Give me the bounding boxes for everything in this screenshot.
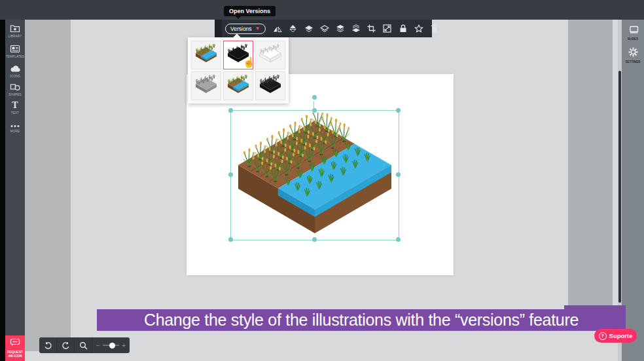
rotation-handle[interactable] xyxy=(312,95,317,100)
right-sidebar-item-settings[interactable]: SETTINGS xyxy=(622,47,644,64)
right-sidebar-item-slides[interactable]: SLIDES xyxy=(622,25,644,41)
delete-icon[interactable] xyxy=(427,20,442,37)
speech-bubble-icon xyxy=(10,337,20,349)
versions-dropdown[interactable]: Versions ▼ xyxy=(225,24,266,34)
caption-bar: Change the style of the illustrations wi… xyxy=(97,309,626,331)
handle-e[interactable] xyxy=(396,172,401,177)
right-sidebar-item-label: SETTINGS xyxy=(622,60,644,64)
top-bar xyxy=(0,0,644,20)
crop-icon[interactable] xyxy=(364,20,380,37)
version-thumbnail-color-1[interactable] xyxy=(191,41,221,69)
sidebar-item-label: ICONS xyxy=(5,75,25,78)
send-to-back-icon[interactable] xyxy=(348,20,364,37)
canvas-shade-right xyxy=(568,20,613,306)
sidebar-item-more[interactable]: MORE xyxy=(5,119,25,133)
undo-button[interactable] xyxy=(39,337,57,353)
canvas-scrollbar-thumb[interactable] xyxy=(618,71,621,303)
version-thumbnail-dark-6[interactable] xyxy=(255,71,285,100)
sidebar-item-label: SHAPES xyxy=(5,93,25,96)
left-edge xyxy=(0,20,5,361)
zoom-in-button[interactable]: + xyxy=(122,342,126,349)
sidebar-item-templates[interactable]: TEMPLATES xyxy=(5,44,25,58)
shapes-icon xyxy=(5,82,25,92)
sidebar-item-shapes[interactable]: SHAPES xyxy=(5,82,25,96)
zoom-slider-knob[interactable] xyxy=(109,343,115,349)
more-icon xyxy=(5,119,25,128)
bring-to-front-icon[interactable] xyxy=(332,20,348,37)
sidebar-item-label: MORE xyxy=(5,130,25,133)
toolbar-side-strip xyxy=(215,20,222,37)
hand-cursor-icon: ☝ xyxy=(243,56,255,68)
zoom-tool-button[interactable] xyxy=(75,337,92,353)
resize-icon[interactable] xyxy=(380,20,395,37)
send-backward-icon[interactable] xyxy=(317,20,332,37)
sidebar-item-label: TEXT xyxy=(5,111,25,115)
lock-icon[interactable] xyxy=(395,20,411,37)
redo-button[interactable] xyxy=(57,337,75,353)
bring-forward-icon[interactable] xyxy=(301,20,317,37)
handle-w[interactable] xyxy=(228,172,233,177)
right-sidebar-item-label: SLIDES xyxy=(622,37,644,41)
open-versions-tooltip: Open Versions xyxy=(224,6,276,16)
selection-bounding-box[interactable] xyxy=(230,110,399,240)
icons-icon xyxy=(5,64,25,73)
sidebar-item-label: LIBRARY xyxy=(5,35,25,38)
chevron-down-icon: ▼ xyxy=(255,26,260,31)
zoom-slider-track[interactable] xyxy=(103,345,119,346)
handle-n[interactable] xyxy=(312,108,317,113)
sidebar-item-text[interactable]: TTEXT xyxy=(5,100,25,115)
canvas-shade-left xyxy=(25,20,71,351)
selection-toolbar: Versions ▼ xyxy=(215,20,432,37)
left-sidebar: LIBRARYTEMPLATESICONSSHAPESTTEXTMORE xyxy=(5,20,25,361)
favorite-icon[interactable] xyxy=(411,20,427,37)
settings-icon xyxy=(628,48,638,59)
library-icon xyxy=(5,24,25,33)
request-an-icon-label: REQUEST AN ICON xyxy=(5,350,25,358)
sidebar-item-library[interactable]: LIBRARY xyxy=(5,24,25,38)
handle-se[interactable] xyxy=(396,237,401,242)
zoom-out-button[interactable]: − xyxy=(96,342,100,349)
sidebar-item-label: TEMPLATES xyxy=(5,55,25,58)
sidebar-item-icons[interactable]: ICONS xyxy=(5,64,25,78)
version-thumbnail-gray-4[interactable] xyxy=(191,71,221,100)
templates-icon xyxy=(5,44,25,54)
handle-sw[interactable] xyxy=(228,237,233,242)
versions-panel xyxy=(188,37,289,104)
handle-nw[interactable] xyxy=(228,108,233,113)
flip-horizontal-icon[interactable] xyxy=(270,20,285,37)
version-thumbnail-outline-3[interactable] xyxy=(255,41,285,69)
question-icon: ? xyxy=(599,332,607,340)
text-icon: T xyxy=(5,100,25,110)
svg-text:T: T xyxy=(12,100,18,109)
zoom-controls: − + xyxy=(39,337,130,353)
zoom-slider: − + xyxy=(92,337,130,353)
slides-icon xyxy=(628,25,639,36)
handle-s[interactable] xyxy=(312,237,317,242)
flip-vertical-icon[interactable] xyxy=(285,20,301,37)
handle-ne[interactable] xyxy=(396,108,401,113)
support-button[interactable]: ? Suporte xyxy=(594,329,637,343)
version-thumbnail-color-5[interactable] xyxy=(223,71,253,100)
request-an-icon-button[interactable]: REQUEST AN ICON xyxy=(5,335,25,361)
